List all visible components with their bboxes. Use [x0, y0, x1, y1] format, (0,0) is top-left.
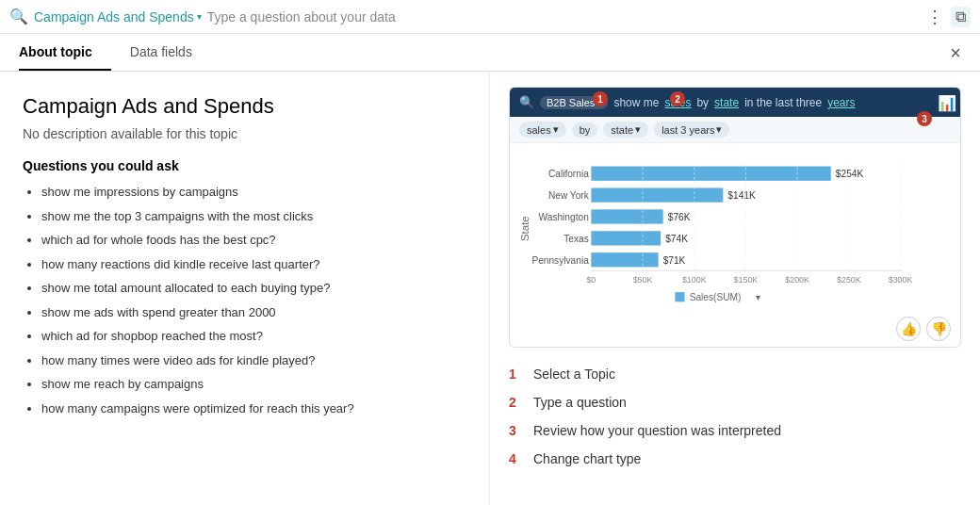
chips-row: sales ▾ by state ▾ last 3 years ▾ 3 4 [510, 117, 960, 143]
chevron-down-icon: ▾ [197, 11, 202, 22]
chart-header: 🔍 B2B Sales ▾ show me sales by state in … [510, 88, 960, 117]
svg-text:$254K: $254K [836, 169, 864, 179]
step-item: 2Type a question [509, 395, 961, 410]
chart-type-icon[interactable]: 📊 [938, 94, 956, 112]
list-item[interactable]: how many times were video ads for kindle… [41, 351, 466, 370]
bar-newyork [591, 187, 723, 202]
svg-text:$71K: $71K [663, 255, 686, 266]
bar-california [591, 167, 830, 181]
thumbs-up-button[interactable]: 👍 [896, 317, 921, 341]
list-item[interactable]: show me impressions by campaigns [41, 183, 466, 202]
chip-sales[interactable]: sales ▾ [519, 122, 566, 138]
header-rest: in the last three [744, 96, 822, 109]
chart-preview: 1 2 🔍 B2B Sales ▾ show me sales by state… [509, 87, 961, 348]
questions-list: show me impressions by campaignsshow me … [23, 183, 466, 417]
list-item[interactable]: show me total amount allocated to each b… [41, 279, 466, 298]
header-link-years[interactable]: years [827, 96, 855, 109]
svg-text:$50K: $50K [633, 275, 653, 285]
expand-icon[interactable]: ⧉ [951, 7, 971, 27]
tab-data-fields[interactable]: Data fields [130, 35, 211, 71]
questions-heading: Questions you could ask [23, 158, 466, 173]
step-text: Change chart type [533, 451, 641, 466]
header-query: show me [613, 96, 659, 109]
bar-chart-svg: State California $254K New York $141K Wa… [519, 151, 951, 306]
bar-texas [591, 231, 661, 245]
list-item[interactable]: show me ads with spend greater than 2000 [41, 303, 466, 322]
svg-text:▾: ▾ [756, 292, 760, 302]
bar-chart-area: State California $254K New York $141K Wa… [510, 143, 960, 313]
close-button[interactable]: × [950, 43, 961, 62]
svg-text:$250K: $250K [837, 275, 861, 285]
chart-search-icon: 🔍 [519, 95, 534, 109]
svg-text:$141K: $141K [727, 190, 756, 201]
tab-about-topic[interactable]: About topic [19, 35, 111, 71]
step-text: Type a question [533, 395, 627, 410]
step-item: 1Select a Topic [509, 367, 961, 382]
svg-text:$150K: $150K [734, 275, 759, 285]
top-bar: 🔍 Campaign Ads and Spends ▾ Type a quest… [0, 0, 980, 34]
svg-text:$74K: $74K [665, 234, 688, 244]
topic-label: Campaign Ads and Spends [34, 9, 194, 24]
left-panel: Campaign Ads and Spends No description a… [0, 72, 490, 505]
tabs-bar: About topic Data fields × [0, 34, 980, 72]
svg-text:New York: New York [548, 190, 590, 201]
list-item[interactable]: which ad for whole foods has the best cp… [41, 231, 466, 250]
bar-pennsylvania [591, 252, 658, 267]
search-icon: 🔍 [9, 8, 28, 25]
question-placeholder[interactable]: Type a question about your data [207, 9, 921, 24]
svg-text:Sales(SUM): Sales(SUM) [690, 292, 742, 302]
step-item: 4Change chart type [509, 451, 961, 466]
steps-list: 1Select a Topic2Type a question3Review h… [509, 367, 961, 466]
chip-period[interactable]: last 3 years ▾ [654, 122, 729, 138]
chip-state[interactable]: state ▾ [603, 122, 648, 138]
svg-text:Texas: Texas [564, 234, 589, 244]
svg-text:$200K: $200K [785, 275, 809, 285]
panel-title: Campaign Ads and Spends [23, 94, 466, 119]
top-bar-actions: ⋮ ⧉ [926, 7, 971, 27]
bar-washington [591, 209, 662, 223]
panel-description: No description available for this topic [23, 126, 466, 141]
header-link-state[interactable]: state [714, 96, 739, 109]
header-by: by [696, 96, 709, 109]
svg-text:California: California [548, 169, 589, 179]
chart-reactions: 👍 👎 [510, 313, 960, 347]
list-item[interactable]: which ad for shopbop reached the most? [41, 327, 466, 346]
list-item[interactable]: how many campaigns were optimized for re… [41, 399, 466, 418]
step-text: Review how your question was interpreted [533, 423, 781, 438]
y-axis-label: State [519, 216, 531, 241]
svg-text:Pennsylvania: Pennsylvania [531, 255, 589, 266]
step-number: 3 [509, 423, 524, 438]
step-item: 3Review how your question was interprete… [509, 423, 961, 438]
right-panel: 1 2 🔍 B2B Sales ▾ show me sales by state… [490, 72, 980, 505]
svg-text:$100K: $100K [682, 275, 707, 285]
more-options-icon[interactable]: ⋮ [926, 7, 943, 27]
list-item[interactable]: show me the top 3 campaigns with the mos… [41, 207, 466, 226]
list-item[interactable]: how many reactions did kindle receive la… [41, 255, 466, 274]
chip-by: by [572, 122, 598, 138]
step-number: 1 [509, 367, 524, 382]
svg-text:$300K: $300K [889, 275, 913, 285]
main-content: Campaign Ads and Spends No description a… [0, 72, 980, 505]
svg-text:$76K: $76K [668, 212, 691, 222]
step-number: 4 [509, 451, 524, 466]
svg-text:$0: $0 [586, 275, 596, 285]
svg-rect-24 [675, 292, 684, 301]
svg-text:Washington: Washington [539, 212, 589, 222]
step-text: Select a Topic [533, 367, 615, 382]
thumbs-down-button[interactable]: 👎 [926, 317, 951, 341]
step-number: 2 [509, 395, 524, 410]
list-item[interactable]: show me reach by campaigns [41, 375, 466, 394]
topic-selector[interactable]: Campaign Ads and Spends ▾ [34, 9, 202, 24]
